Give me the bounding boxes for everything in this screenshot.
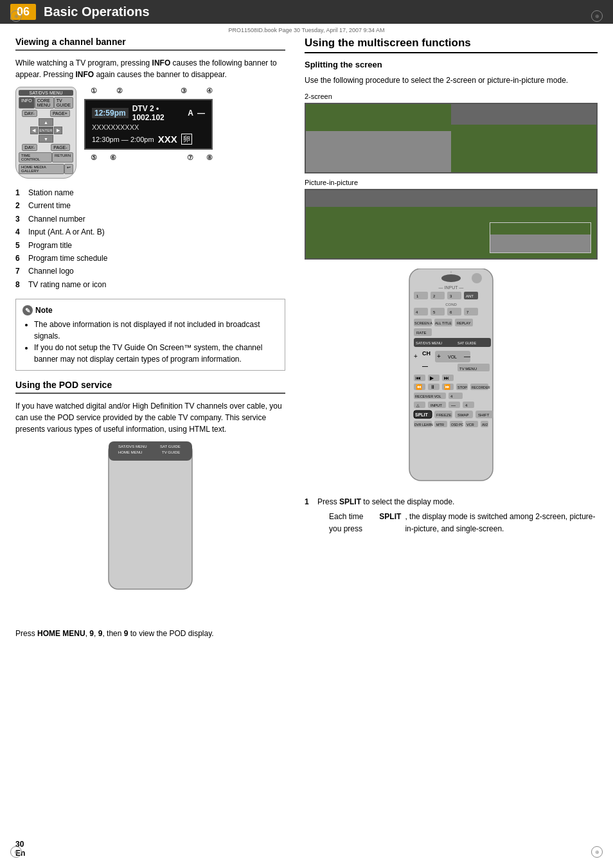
svg-text:SAT GUIDE: SAT GUIDE [458, 341, 476, 345]
viewing-banner-section: Viewing a channel banner While watching … [15, 37, 285, 291]
svg-text:SAT GUIDE: SAT GUIDE [160, 445, 181, 448]
page-header: 06 Basic Operations [0, 0, 613, 24]
banner-items-list: 1 Station name 2 Current time 3 Channel … [15, 186, 285, 291]
svg-text:⏩: ⏩ [444, 384, 450, 390]
svg-text:○: ○ [450, 270, 452, 274]
svg-text:— INPUT —: — INPUT — [439, 285, 464, 290]
reg-mark-tl: ⊕ [10, 10, 22, 22]
svg-text:⏭: ⏭ [444, 375, 449, 381]
svg-text:ALL TITLE: ALL TITLE [435, 321, 452, 325]
callout-8: ⑧ [206, 154, 213, 162]
list-item: 5 Program title [15, 239, 285, 252]
svg-text:TV GUIDE
          
          : TV GUIDE INFO CORE MENU TV GUIDE DAY+ PA… [162, 450, 180, 454]
splitting-title: Splitting the screen [305, 60, 598, 69]
splitting-steps: 1 Press SPLIT to select the display mode… [305, 496, 598, 538]
pod-section: Using the POD service If you have watche… [15, 380, 285, 639]
pod-footer-text: Press HOME MENU, 9, 9, then 9 to view th… [15, 628, 285, 639]
svg-text:SAT/DVS MENU: SAT/DVS MENU [416, 341, 442, 345]
step-1-bullets: Each time you press SPLIT, the display m… [317, 511, 598, 535]
two-screen-display [305, 103, 598, 173]
banner-schedule: 12:30pm — 2:00pm [92, 136, 154, 143]
svg-text:△: △ [416, 403, 420, 407]
svg-text:SHIFT: SHIFT [478, 413, 490, 417]
note-bullet: If you do not setup the TV Guide On Scre… [34, 342, 278, 365]
svg-text:REPLAY: REPLAY [457, 321, 471, 325]
list-item: 1 Station name [15, 186, 285, 199]
banner-display: 12:59pm DTV 2 • 1002.102 A — XXXXXXXXXX … [84, 99, 213, 150]
svg-text:—: — [464, 353, 470, 360]
split-remote-svg: ○ — INPUT — 1 2 3 ANT COND 4 [400, 269, 502, 487]
svg-text:VCR: VCR [466, 423, 474, 427]
left-column: Viewing a channel banner While watching … [15, 37, 285, 650]
pip-label: Picture-in-picture [305, 179, 598, 186]
svg-text:ANT: ANT [466, 294, 474, 298]
svg-text:INPUT: INPUT [431, 403, 442, 407]
svg-text:⏮: ⏮ [416, 375, 421, 381]
note-bullets: The above information is not displayed i… [22, 319, 278, 365]
right-screen-half [451, 104, 596, 172]
svg-text:⏸: ⏸ [430, 384, 435, 390]
right-column: Using the multiscreen functions Splittin… [305, 37, 598, 650]
svg-rect-120 [414, 402, 425, 408]
svg-text:RECEIVER VOL: RECEIVER VOL [415, 394, 441, 398]
banner-input: A [188, 109, 193, 118]
banner-xxx: XXX [158, 134, 177, 145]
callout-1: ① [91, 87, 97, 95]
svg-text:—: — [451, 403, 456, 407]
svg-text:SWAP: SWAP [458, 413, 468, 417]
svg-rect-0 [109, 441, 192, 589]
svg-point-59 [441, 274, 461, 282]
svg-text:VOL: VOL [448, 355, 457, 359]
svg-text:SCREEN A: SCREEN A [414, 321, 432, 325]
reg-mark-bl: ⊕ [10, 846, 22, 858]
banner-time: 12:59pm [92, 108, 129, 118]
svg-text:MTR: MTR [436, 423, 444, 427]
svg-text:HOME MENU: HOME MENU [118, 450, 142, 454]
svg-text:▶: ▶ [430, 375, 434, 381]
list-item: 2 Current time [15, 199, 285, 212]
note-title: ✎ Note [22, 305, 278, 316]
multiscreen-title: Using the multiscreen functions [305, 37, 598, 53]
banner-program-title: XXXXXXXXXX [92, 123, 205, 131]
list-item: 8 TV rating name or icon [15, 278, 285, 291]
note-box: ✎ Note The above information is not disp… [15, 299, 285, 371]
reg-mark-tr: ⊕ [591, 10, 603, 22]
callout-4: ④ [206, 87, 213, 95]
callout-5: ⑤ [91, 154, 97, 162]
pip-small-screen [490, 222, 591, 253]
svg-point-61 [472, 273, 482, 283]
svg-text:FREEZE: FREEZE [436, 413, 452, 417]
top-file-label: PRO11508ID.book Page 30 Tuesday, April 1… [229, 27, 385, 33]
svg-text:RECORDER: RECORDER [472, 385, 490, 389]
svg-text:DVR LEARN: DVR LEARN [414, 423, 433, 427]
svg-text:⏪: ⏪ [416, 384, 422, 390]
pod-remote-svg: SAT/DVS MENU HOME MENU SAT GUIDE TV GUID… [96, 441, 205, 621]
svg-text:AV2: AV2 [482, 423, 488, 427]
note-icon: ✎ [22, 305, 33, 315]
viewing-banner-body: While watching a TV program, pressing IN… [15, 57, 285, 80]
splitting-body: Use the following procedure to select th… [305, 75, 598, 86]
svg-rect-126 [463, 402, 474, 408]
svg-text:+: + [437, 353, 441, 360]
step-1: 1 Press SPLIT to select the display mode… [305, 496, 598, 538]
pip-display [305, 189, 598, 260]
banner-rating-icon: 卵 [181, 134, 192, 145]
svg-text:STOP: STOP [458, 385, 467, 389]
list-item: 4 Input (Ant. A or Ant. B) [15, 226, 285, 238]
svg-text:SPLIT: SPLIT [415, 412, 429, 417]
multiscreen-section: Using the multiscreen functions Splittin… [305, 37, 598, 538]
callout-2: ② [116, 87, 123, 95]
dash-line: — [197, 109, 205, 118]
svg-text:—: — [422, 363, 428, 369]
left-screen-half [306, 104, 451, 172]
list-item: 7 Channel logo [15, 265, 285, 278]
viewing-banner-title: Viewing a channel banner [15, 37, 285, 51]
svg-text:CH: CH [422, 350, 431, 357]
svg-text:TV MENU: TV MENU [459, 367, 477, 371]
chapter-title: Basic Operations [44, 4, 150, 19]
pod-body: If you have watched digital and/or High … [15, 400, 285, 435]
svg-text:SAT/DVS MENU: SAT/DVS MENU [118, 445, 147, 448]
step-1-bullet: Each time you press SPLIT, the display m… [329, 511, 598, 535]
svg-text:OSD PC: OSD PC [451, 423, 464, 427]
svg-text:+: + [414, 353, 418, 360]
